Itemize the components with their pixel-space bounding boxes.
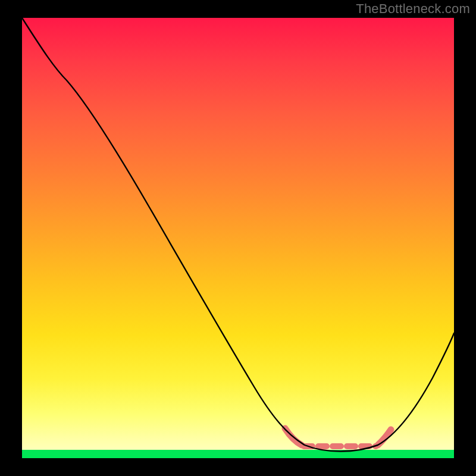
bottleneck-curve: [22, 18, 454, 452]
chart-frame: TheBottleneck.com: [0, 0, 476, 476]
watermark-text: TheBottleneck.com: [356, 1, 470, 17]
plot-area: [22, 18, 454, 458]
curve-svg: [22, 18, 454, 458]
